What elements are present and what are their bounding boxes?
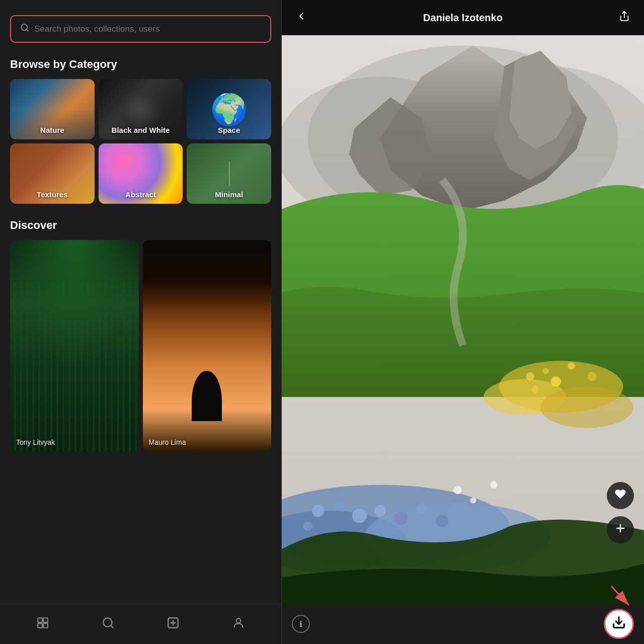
svg-point-37 bbox=[394, 512, 408, 525]
svg-point-11 bbox=[236, 618, 241, 623]
svg-point-41 bbox=[454, 486, 462, 494]
browse-title: Browse by Category bbox=[10, 58, 271, 71]
svg-point-39 bbox=[436, 515, 449, 527]
category-nature[interactable]: Nature bbox=[10, 79, 95, 139]
download-button[interactable] bbox=[604, 609, 634, 639]
search-input[interactable] bbox=[34, 24, 261, 34]
nav-add[interactable] bbox=[156, 612, 190, 636]
svg-line-7 bbox=[111, 625, 113, 628]
svg-point-28 bbox=[551, 376, 561, 387]
photo-bottom-bar: ℹ bbox=[282, 604, 644, 644]
info-icon: ℹ bbox=[299, 619, 302, 629]
svg-point-35 bbox=[352, 509, 367, 523]
discover-tony-bg bbox=[10, 240, 139, 451]
silhouette bbox=[143, 371, 272, 421]
discover-item-tony[interactable]: Tony Litvyak bbox=[10, 240, 139, 451]
svg-point-42 bbox=[470, 497, 476, 503]
svg-point-34 bbox=[334, 501, 344, 511]
bottom-nav bbox=[0, 604, 281, 644]
category-textures[interactable]: Textures bbox=[10, 143, 95, 204]
mountain-photo bbox=[282, 35, 644, 604]
download-button-container bbox=[604, 609, 634, 639]
svg-point-38 bbox=[417, 503, 427, 514]
action-buttons bbox=[607, 482, 634, 543]
svg-rect-3 bbox=[38, 623, 42, 628]
home-icon bbox=[36, 616, 49, 632]
svg-line-47 bbox=[611, 586, 629, 605]
svg-point-36 bbox=[374, 505, 386, 517]
photo-container bbox=[282, 35, 644, 604]
right-header: Daniela Izotenko bbox=[282, 0, 644, 35]
svg-point-29 bbox=[532, 385, 539, 392]
svg-line-1 bbox=[26, 29, 28, 31]
category-abstract-label: Abstract bbox=[99, 190, 183, 199]
svg-point-33 bbox=[312, 505, 325, 517]
photographer-title: Daniela Izotenko bbox=[423, 12, 503, 24]
discover-grid: Tony Litvyak Mauro Lima bbox=[10, 240, 271, 451]
category-nature-label: Nature bbox=[10, 126, 95, 134]
nav-search-icon bbox=[102, 616, 115, 632]
share-button[interactable] bbox=[615, 7, 634, 29]
svg-point-43 bbox=[490, 481, 497, 489]
nav-home[interactable] bbox=[26, 612, 59, 636]
search-box[interactable] bbox=[10, 15, 271, 43]
browse-section: Browse by Category Nature Black and Whit… bbox=[10, 58, 271, 219]
add-button[interactable] bbox=[607, 516, 634, 543]
nav-search[interactable] bbox=[92, 612, 125, 636]
svg-rect-4 bbox=[43, 618, 48, 622]
plus-icon bbox=[614, 522, 626, 537]
nav-add-icon bbox=[167, 616, 180, 632]
discover-title: Discover bbox=[10, 219, 271, 232]
category-minimal[interactable]: Minimal bbox=[187, 143, 271, 204]
category-abstract[interactable]: Abstract bbox=[99, 143, 183, 204]
category-bw[interactable]: Black and White bbox=[99, 79, 183, 139]
mountain-svg bbox=[282, 35, 644, 604]
category-textures-label: Textures bbox=[10, 190, 95, 199]
heart-icon bbox=[614, 488, 626, 503]
arrow-svg bbox=[606, 581, 636, 611]
nav-profile-icon bbox=[232, 616, 245, 632]
svg-rect-2 bbox=[38, 618, 42, 622]
svg-point-24 bbox=[526, 372, 534, 380]
back-button[interactable] bbox=[292, 7, 311, 29]
category-space-label: Space bbox=[187, 126, 271, 134]
discover-section: Discover Tony Litvyak Mauro Lima bbox=[10, 219, 271, 604]
photographer-tony: Tony Litvyak bbox=[16, 438, 55, 446]
svg-point-25 bbox=[542, 368, 548, 374]
category-space[interactable]: Space bbox=[187, 79, 271, 139]
download-icon bbox=[612, 615, 626, 633]
svg-point-23 bbox=[540, 387, 633, 428]
svg-point-27 bbox=[588, 372, 597, 381]
category-minimal-label: Minimal bbox=[187, 190, 271, 199]
search-icon bbox=[20, 23, 29, 35]
right-panel: Daniela Izotenko bbox=[282, 0, 644, 644]
red-arrow-indicator bbox=[606, 581, 636, 613]
nav-profile[interactable] bbox=[222, 612, 255, 636]
left-panel: Browse by Category Nature Black and Whit… bbox=[0, 0, 282, 644]
info-button[interactable]: ℹ bbox=[292, 615, 310, 633]
svg-point-26 bbox=[568, 362, 575, 369]
svg-point-40 bbox=[303, 522, 312, 531]
svg-rect-5 bbox=[43, 623, 48, 628]
category-bw-label: Black and White bbox=[99, 126, 183, 134]
photographer-mauro: Mauro Lima bbox=[149, 438, 186, 446]
category-grid: Nature Black and White Space Textures Ab… bbox=[10, 79, 271, 204]
discover-item-mauro[interactable]: Mauro Lima bbox=[143, 240, 272, 451]
like-button[interactable] bbox=[607, 482, 634, 509]
search-container bbox=[10, 15, 271, 43]
